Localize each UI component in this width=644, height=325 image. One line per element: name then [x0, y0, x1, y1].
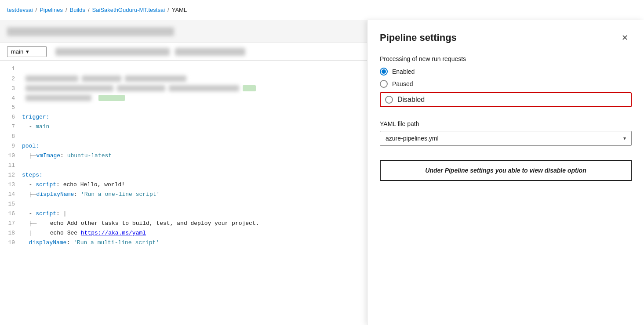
annotation-box: Under Pipeline settings you able to view… — [380, 160, 632, 181]
branch-selector[interactable]: main ▾ — [7, 46, 47, 57]
breadcrumb-sep-4: / — [167, 7, 169, 13]
radio-paused-label: Paused — [392, 80, 413, 87]
line-number: 11 — [0, 161, 22, 170]
blurred-code — [82, 76, 121, 82]
line-number: 5 — [0, 103, 22, 112]
line-number: 7 — [0, 122, 22, 132]
radio-option-paused[interactable]: Paused — [380, 80, 632, 88]
line-number: 6 — [0, 112, 22, 122]
line-number: 12 — [0, 170, 22, 180]
yaml-label: YAML file path — [380, 120, 632, 127]
line-number: 3 — [0, 85, 22, 92]
blurred-code — [25, 95, 91, 101]
line-number: 18 — [0, 228, 22, 238]
breadcrumb-item-org[interactable]: testdevsai — [7, 7, 33, 13]
breadcrumb-item-yaml: YAML — [172, 7, 187, 13]
line-number: 15 — [0, 199, 22, 209]
panel-title: Pipeline settings — [380, 32, 457, 43]
blurred-green — [98, 95, 125, 101]
yaml-value: azure-pipelines.yml — [386, 135, 439, 142]
toolbar-blurred-1 — [7, 27, 174, 36]
line-number: 1 — [0, 64, 22, 74]
breadcrumb-sep-1: / — [36, 7, 37, 13]
blurred-green — [243, 85, 256, 91]
breadcrumb-item-pipeline-name[interactable]: SaiSakethGuduru-MT.testsai — [92, 7, 165, 13]
branch-name: main — [11, 48, 23, 55]
branch-toolbar-blurred — [55, 48, 170, 56]
chevron-down-icon: ▾ — [26, 48, 29, 55]
blurred-code — [117, 85, 165, 91]
radio-disabled-label: Disabled — [397, 96, 425, 104]
breadcrumb-bar: testdevsai / Pipelines / Builds / SaiSak… — [0, 0, 644, 20]
breadcrumb-sep-2: / — [65, 7, 67, 13]
radio-option-disabled[interactable]: Disabled — [380, 92, 632, 107]
close-button[interactable]: ✕ — [618, 31, 632, 45]
blurred-code — [125, 76, 186, 82]
radio-enabled-label: Enabled — [392, 68, 415, 75]
breadcrumb-sep-3: / — [88, 7, 90, 13]
line-number: 4 — [0, 95, 22, 101]
radio-paused-indicator — [380, 80, 388, 88]
line-number: 10 — [0, 151, 22, 161]
yaml-section: YAML file path azure-pipelines.yml ▾ — [380, 120, 632, 146]
line-number: 17 — [0, 219, 22, 228]
panel-header: Pipeline settings ✕ — [380, 31, 632, 45]
line-number: 16 — [0, 209, 22, 219]
line-number: 9 — [0, 141, 22, 151]
radio-option-enabled[interactable]: Enabled — [380, 68, 632, 76]
annotation-text: Under Pipeline settings you able to view… — [425, 167, 586, 174]
chevron-down-icon: ▾ — [623, 135, 626, 141]
line-number: 14 — [0, 190, 22, 199]
radio-disabled-indicator — [385, 96, 393, 104]
yaml-dropdown[interactable]: azure-pipelines.yml ▾ — [380, 131, 632, 146]
line-number: 13 — [0, 180, 22, 190]
branch-toolbar-blurred-2 — [175, 48, 245, 56]
radio-enabled-indicator — [380, 68, 388, 76]
line-number: 19 — [0, 238, 22, 248]
line-number: 2 — [0, 76, 22, 82]
line-number: 8 — [0, 132, 22, 141]
processing-label: Processing of new run requests — [380, 55, 632, 62]
pipeline-settings-panel: Pipeline settings ✕ Processing of new ru… — [367, 20, 644, 325]
breadcrumb-item-builds[interactable]: Builds — [70, 7, 85, 13]
blurred-code — [25, 76, 78, 82]
main-area: main ▾ 1 2 3 — [0, 20, 644, 325]
breadcrumb-item-pipelines[interactable]: Pipelines — [40, 7, 63, 13]
blurred-code — [25, 85, 113, 91]
blurred-code — [169, 85, 239, 91]
